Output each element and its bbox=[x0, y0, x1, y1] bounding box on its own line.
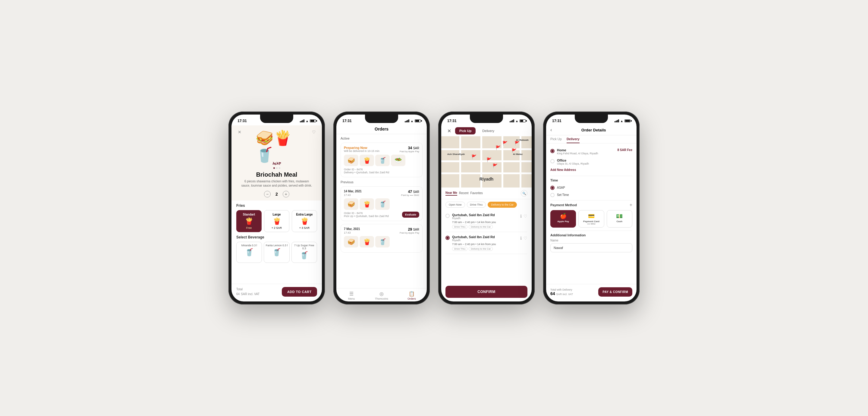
screen4-footer: Total with Delivery 64 SAR incl. VAT PAY… bbox=[546, 284, 637, 301]
orders-body: Active Preparing Now Will be delivered i… bbox=[336, 134, 427, 288]
apple-pay-icon: 🍎 bbox=[560, 213, 567, 219]
prev-order-2-price: 29 SAR bbox=[400, 227, 419, 232]
beverage-miranda[interactable]: Miranda 0.3 l 🥤 bbox=[236, 242, 262, 263]
tag-open-now[interactable]: Open Now bbox=[445, 202, 465, 208]
screen4-tabs: Pick Up Delivery bbox=[546, 135, 637, 144]
prev-order-2-images: 🥪 🍟 🥤 bbox=[344, 236, 419, 247]
quantity-decrease[interactable]: − bbox=[264, 191, 271, 198]
fries-large-icon: 🍟 bbox=[273, 217, 281, 225]
beverage-7up[interactable]: 7 Up Sugar Free 0.3 🥤 bbox=[291, 242, 317, 263]
map-pin-2: 🚩 bbox=[502, 141, 507, 146]
fries-options: Standart 🍟 Free Large 🍟 + 2 SAR Extra La… bbox=[236, 210, 317, 232]
phone-2: 17:31 ▲ Orders Active bbox=[333, 112, 430, 304]
restaurant-hours-2: 7:00 am – 2:40 pm • 14 km from you bbox=[452, 243, 518, 246]
fries-xl-price: + 3 SAR bbox=[299, 227, 310, 229]
prev-order-1-price-group: 47 SAR Paid by •••• 9642 bbox=[401, 189, 419, 197]
pay-confirm-button[interactable]: PAY & CONFIRM bbox=[598, 287, 632, 297]
addr-office-name: Office bbox=[557, 158, 589, 162]
confirm-button[interactable]: CONFIRM bbox=[445, 286, 527, 298]
info-icon-1[interactable]: ℹ bbox=[520, 214, 522, 218]
filter-recent[interactable]: Recent bbox=[459, 191, 469, 195]
wifi-icon-2: ▲ bbox=[410, 119, 413, 123]
prev-order-1-date: 14 Mar, 2021 bbox=[344, 189, 362, 193]
tab-orders-label: Orders bbox=[407, 297, 416, 300]
time-radio-asap[interactable] bbox=[550, 186, 555, 190]
tag-delivery-car[interactable]: Delivery to the Car bbox=[488, 202, 517, 208]
restaurant-radio-2[interactable] bbox=[445, 236, 450, 240]
pickup-tab[interactable]: Pick Up bbox=[455, 127, 475, 135]
addr-radio-home[interactable] bbox=[550, 149, 555, 153]
screen4-body: Home King Fahd Road, Al Olaya, Riyadh 8 … bbox=[546, 144, 637, 284]
add-to-cart-button[interactable]: ADD TO CART bbox=[282, 287, 317, 297]
beverage-miranda-name: Miranda 0.3 l bbox=[241, 244, 257, 247]
prev-order-1-payment: Paid by •••• 9642 bbox=[401, 194, 419, 197]
orders-header: Orders bbox=[336, 125, 427, 134]
name-input[interactable] bbox=[550, 243, 632, 252]
time-set: Set Time bbox=[550, 191, 632, 198]
tab-orders[interactable]: 📋 Orders bbox=[397, 291, 427, 300]
delivery-tab[interactable]: Delivery bbox=[478, 127, 498, 135]
back-button[interactable]: ‹ bbox=[550, 127, 552, 132]
restaurant-tags-1: Drive Thru Delivery to the Car bbox=[452, 225, 518, 229]
map-pin-4: 🚩 bbox=[471, 154, 476, 159]
restaurant-tags-2: Drive Thru Delivery to the Car bbox=[452, 247, 518, 251]
evaluate-button[interactable]: Evaluate bbox=[402, 212, 419, 218]
payment-cash[interactable]: 💵 Cash bbox=[607, 210, 632, 228]
beverage-fanta[interactable]: Fanta Lemon 0.3 l 🥤 bbox=[264, 242, 289, 263]
time-radio-set[interactable] bbox=[550, 193, 555, 197]
addr-home-name: Home bbox=[557, 148, 598, 152]
orders-icon: 📋 bbox=[409, 291, 415, 297]
status-time-4: 17:31 bbox=[552, 119, 561, 123]
restaurant-actions-1: ℹ ♡ bbox=[520, 214, 527, 218]
prev-1-img-3: 🥤 bbox=[375, 198, 390, 210]
tab-menu[interactable]: ☰ Menu bbox=[336, 291, 367, 300]
prev-order-1-price: 47 SAR bbox=[401, 189, 419, 194]
payment-card-icon: 💳 bbox=[588, 213, 595, 219]
info-icon-2[interactable]: ℹ bbox=[520, 236, 522, 241]
fries-large[interactable]: Large 🍟 + 2 SAR bbox=[264, 210, 289, 232]
filter-near-me[interactable]: Near Me bbox=[445, 191, 457, 196]
favorite-button[interactable]: ♡ bbox=[310, 128, 317, 136]
filter-favorites[interactable]: Favorites bbox=[470, 191, 483, 195]
total-amount: 64 bbox=[236, 292, 240, 296]
screen4: ‹ Order Details Pick Up Delivery Home Ki… bbox=[546, 125, 637, 301]
heart-icon-1[interactable]: ♡ bbox=[524, 214, 527, 218]
active-order-status: Preparing Now bbox=[344, 146, 379, 150]
addr-home-fee: 8 SAR Fee bbox=[618, 148, 632, 152]
fries-standard[interactable]: Standart 🍟 Free bbox=[236, 210, 261, 232]
restaurant-radio-1[interactable] bbox=[445, 214, 450, 218]
heart-icon-2[interactable]: ♡ bbox=[524, 236, 527, 241]
wifi-icon-3: ▲ bbox=[516, 119, 518, 123]
additional-info-section: Additional Information Name bbox=[550, 233, 632, 252]
s4-tab-pickup[interactable]: Pick Up bbox=[550, 135, 562, 143]
order-img-4: 🥗 bbox=[391, 155, 405, 166]
tag-drive-thru[interactable]: Drive Thru bbox=[467, 202, 486, 208]
pay-suffix: SAR incl. VAT bbox=[556, 293, 573, 296]
prev-order-1-id-text: Order ID - 8476 bbox=[344, 212, 389, 215]
payment-card[interactable]: 💳 Payment Card •••• 9642 bbox=[578, 210, 604, 228]
close-button[interactable]: ✕ bbox=[236, 128, 243, 136]
prev-order-1-images: 🥪 🍟 🥤 bbox=[344, 198, 419, 210]
prev-1-img-1: 🥪 bbox=[344, 198, 358, 210]
time-heading: Time bbox=[550, 178, 632, 182]
screen3-footer: CONFIRM bbox=[441, 282, 532, 301]
divider-2 bbox=[550, 200, 632, 201]
fries-xl[interactable]: Extra Large 🍟 + 3 SAR bbox=[292, 210, 317, 232]
beverage-title: Select Beverage bbox=[236, 235, 317, 239]
add-address-button[interactable]: Add New Address bbox=[550, 167, 632, 173]
phone-3: 17:31 ▲ ✕ Pick Up Delivery bbox=[438, 112, 535, 304]
s4-tab-delivery[interactable]: Delivery bbox=[567, 135, 580, 143]
restaurant-city-2: Riyadh bbox=[452, 239, 518, 242]
quantity-increase[interactable]: + bbox=[283, 191, 289, 198]
addr-radio-office[interactable] bbox=[550, 159, 555, 164]
search-filter-button[interactable]: 🔍 bbox=[521, 190, 527, 197]
tab-thomcoins[interactable]: ◎ Thomcoins bbox=[367, 291, 397, 300]
restaurant-info-2: Qurtubah, Said Ibn Zaid Rd Riyadh 7:00 a… bbox=[452, 235, 518, 251]
payment-apple-pay[interactable]: 🍎 Apple Pay bbox=[550, 210, 576, 228]
screen3-close[interactable]: ✕ bbox=[445, 127, 453, 135]
prev-order-1-time: 17:43 bbox=[344, 194, 362, 197]
payment-add-icon[interactable]: + bbox=[629, 202, 632, 208]
map-road-v1 bbox=[459, 136, 461, 187]
prev-order-1-id: Order ID - 8476 Pick Up • Qurtubah, Said… bbox=[344, 212, 389, 218]
fries-standard-price: Free bbox=[246, 227, 252, 229]
